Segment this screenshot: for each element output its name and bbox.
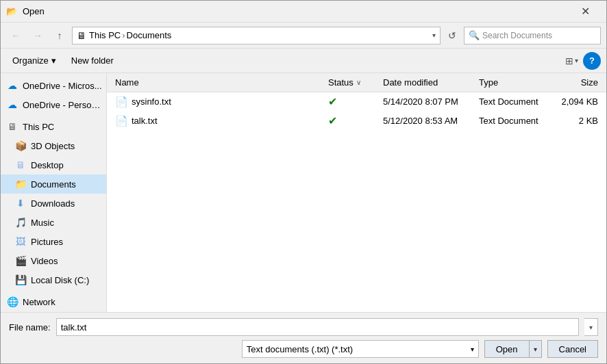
file-type-talk: Text Document bbox=[479, 116, 538, 126]
organize-button[interactable]: Organize ▾ bbox=[6, 52, 62, 70]
videos-icon: 🎬 bbox=[14, 255, 27, 267]
sidebar-item-label: OneDrive - Person... bbox=[23, 100, 103, 110]
filetype-select[interactable]: Text documents (.txt) (*.txt) ▾ bbox=[242, 340, 479, 358]
col-date-label: Date modified bbox=[383, 77, 438, 88]
col-header-name[interactable]: Name bbox=[110, 73, 323, 92]
col-header-size[interactable]: Size bbox=[549, 73, 604, 92]
new-folder-label: New folder bbox=[71, 55, 114, 66]
search-bar[interactable]: 🔍 Search Documents bbox=[464, 27, 601, 44]
sidebar-item-3dobjects[interactable]: 📦 3D Objects bbox=[1, 136, 106, 155]
filename-label: File name: bbox=[9, 322, 51, 333]
sidebar-item-onedrive-micro[interactable]: ☁ OneDrive - Micros... bbox=[1, 76, 106, 95]
file-name-sysinfo: sysinfo.txt bbox=[132, 96, 171, 107]
dialog-title: Open bbox=[23, 6, 45, 16]
file-row-sysinfo[interactable]: 📄 sysinfo.txt ✔ 5/14/2020 8:07 PM Text D… bbox=[107, 92, 606, 112]
refresh-button[interactable]: ↺ bbox=[443, 27, 461, 44]
sidebar-item-downloads[interactable]: ⬇ Downloads bbox=[1, 194, 106, 213]
status-icon-sysinfo: ✔ bbox=[328, 96, 337, 107]
documents-icon: 📁 bbox=[14, 178, 27, 190]
title-bar: 📂 Open ✕ bbox=[1, 1, 606, 23]
col-header-type[interactable]: Type bbox=[473, 73, 549, 92]
search-icon: 🔍 bbox=[469, 30, 480, 40]
music-icon: 🎵 bbox=[14, 216, 27, 229]
sidebar-item-label: OneDrive - Micros... bbox=[23, 81, 102, 91]
file-name-talk: talk.txt bbox=[132, 116, 158, 126]
localdisk-icon: 💾 bbox=[14, 274, 27, 286]
sidebar: ☁ OneDrive - Micros... ☁ OneDrive - Pers… bbox=[1, 73, 107, 312]
file-date-sysinfo: 5/14/2020 8:07 PM bbox=[383, 96, 458, 107]
status-icon-talk: ✔ bbox=[328, 115, 337, 127]
cancel-button[interactable]: Cancel bbox=[547, 340, 598, 358]
sidebar-item-desktop[interactable]: 🖥 Desktop bbox=[1, 155, 106, 174]
file-row-talk[interactable]: 📄 talk.txt ✔ 5/12/2020 8:53 AM Text Docu… bbox=[107, 112, 606, 131]
address-computer-icon: 🖥 bbox=[77, 30, 86, 41]
dialog-icon: 📂 bbox=[6, 6, 17, 17]
sidebar-item-network[interactable]: 🌐 Network bbox=[1, 292, 106, 311]
sidebar-item-label: 3D Objects bbox=[31, 141, 75, 151]
file-area: Name Status ∨ Date modified Type Size bbox=[107, 73, 606, 312]
file-size-talk: 2 KB bbox=[579, 116, 598, 126]
sidebar-item-label: Network bbox=[23, 297, 55, 307]
file-icon-talk: 📄 bbox=[115, 115, 127, 127]
forward-button[interactable]: → bbox=[28, 27, 47, 44]
sidebar-item-label: Downloads bbox=[31, 198, 75, 209]
col-status-label: Status bbox=[328, 77, 354, 88]
open-label: Open bbox=[496, 344, 518, 354]
back-button[interactable]: ← bbox=[6, 27, 25, 44]
filetype-arrow: ▾ bbox=[471, 346, 474, 353]
close-button[interactable]: ✕ bbox=[569, 1, 601, 23]
address-bar[interactable]: 🖥 This PC › Documents ▾ bbox=[72, 27, 441, 44]
open-dialog: 📂 Open ✕ ← → ↑ 🖥 This PC › Documents ▾ ↺… bbox=[0, 0, 607, 364]
sidebar-item-localdisk[interactable]: 💾 Local Disk (C:) bbox=[1, 270, 106, 289]
col-header-status[interactable]: Status ∨ bbox=[323, 73, 377, 92]
content-area: ☁ OneDrive - Micros... ☁ OneDrive - Pers… bbox=[1, 73, 606, 312]
file-header: Name Status ∨ Date modified Type Size bbox=[107, 73, 606, 92]
footer-row2: Text documents (.txt) (*.txt) ▾ Open ▾ C… bbox=[9, 340, 598, 358]
breadcrumb-documents[interactable]: Documents bbox=[127, 30, 172, 40]
filename-dropdown-button[interactable]: ▾ bbox=[584, 318, 598, 336]
open-button-arrow[interactable]: ▾ bbox=[530, 341, 541, 357]
cancel-label: Cancel bbox=[559, 344, 586, 354]
sidebar-item-music[interactable]: 🎵 Music bbox=[1, 213, 106, 232]
breadcrumb-thispc[interactable]: This PC bbox=[89, 30, 121, 40]
network-icon: 🌐 bbox=[6, 296, 18, 308]
filetype-value: Text documents (.txt) (*.txt) bbox=[247, 344, 353, 354]
sidebar-item-thispc[interactable]: 🖥 This PC bbox=[1, 117, 106, 136]
sidebar-item-label: This PC bbox=[23, 122, 54, 132]
title-bar-left: 📂 Open bbox=[6, 6, 45, 17]
file-date-talk: 5/12/2020 8:53 AM bbox=[383, 116, 458, 126]
file-size-sysinfo: 2,094 KB bbox=[562, 96, 599, 107]
view-toggle-button[interactable]: ⊞ ▾ bbox=[562, 52, 580, 70]
sidebar-item-documents[interactable]: 📁 Documents bbox=[1, 174, 106, 194]
help-label: ? bbox=[589, 55, 595, 66]
open-button-main[interactable]: Open bbox=[485, 341, 530, 357]
sidebar-item-label: Desktop bbox=[31, 160, 64, 170]
file-icon-sysinfo: 📄 bbox=[115, 96, 127, 108]
sort-arrow-status: ∨ bbox=[356, 79, 361, 86]
new-folder-button[interactable]: New folder bbox=[65, 52, 120, 70]
sidebar-item-onedrive-person[interactable]: ☁ OneDrive - Person... bbox=[1, 95, 106, 114]
filename-input[interactable] bbox=[56, 318, 579, 336]
downloads-icon: ⬇ bbox=[14, 197, 27, 209]
up-button[interactable]: ↑ bbox=[50, 27, 69, 44]
col-header-date[interactable]: Date modified bbox=[377, 73, 473, 92]
sidebar-item-label: Pictures bbox=[31, 237, 63, 247]
sidebar-item-label: Documents bbox=[31, 179, 76, 190]
thispc-icon: 🖥 bbox=[6, 120, 18, 133]
footer-row1: File name: ▾ bbox=[9, 318, 598, 336]
help-button[interactable]: ? bbox=[583, 52, 601, 70]
sidebar-item-videos[interactable]: 🎬 Videos bbox=[1, 251, 106, 270]
pictures-icon: 🖼 bbox=[14, 235, 27, 248]
file-type-sysinfo: Text Document bbox=[479, 96, 538, 107]
col-size-label: Size bbox=[581, 77, 598, 88]
sidebar-item-label: Local Disk (C:) bbox=[31, 275, 89, 285]
breadcrumb-sep: › bbox=[122, 30, 125, 40]
open-button[interactable]: Open ▾ bbox=[484, 340, 542, 358]
onedrive-person-icon: ☁ bbox=[6, 99, 18, 111]
col-name-label: Name bbox=[115, 77, 139, 88]
address-dropdown-arrow[interactable]: ▾ bbox=[432, 31, 436, 39]
sidebar-item-label: Videos bbox=[31, 256, 58, 266]
file-list: 📄 sysinfo.txt ✔ 5/14/2020 8:07 PM Text D… bbox=[107, 92, 606, 312]
sidebar-item-pictures[interactable]: 🖼 Pictures bbox=[1, 232, 106, 251]
sidebar-item-label: Music bbox=[31, 218, 54, 228]
